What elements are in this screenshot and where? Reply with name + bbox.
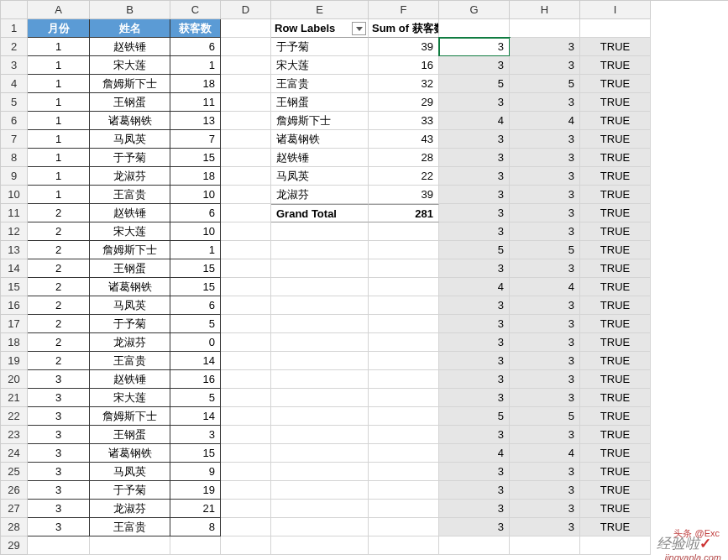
selection-cell[interactable]: 3 <box>510 500 580 518</box>
selection-cell[interactable]: 5 <box>510 241 580 259</box>
table-cell[interactable]: 王富贵 <box>90 518 170 536</box>
selection-cell[interactable]: 3 <box>510 149 580 167</box>
pivot-row-label[interactable]: 于予菊 <box>271 38 369 56</box>
table-cell[interactable]: 诸葛钢铁 <box>90 278 170 296</box>
table-cell[interactable]: 2 <box>28 278 90 296</box>
table-cell[interactable]: 2 <box>28 352 90 370</box>
cell-empty[interactable] <box>221 149 271 167</box>
table-cell[interactable]: 马凤英 <box>90 130 170 149</box>
table-cell[interactable]: 詹姆斯下士 <box>90 241 170 259</box>
cell-empty[interactable] <box>221 112 271 130</box>
table-cell[interactable]: 王钢蛋 <box>90 426 170 444</box>
table-cell[interactable]: 2 <box>28 259 90 278</box>
cell-empty[interactable] <box>271 481 369 500</box>
selection-cell[interactable]: 3 <box>510 186 580 204</box>
table-cell[interactable]: 3 <box>28 463 90 481</box>
cell-empty[interactable] <box>580 536 651 555</box>
pivot-row-label[interactable]: 王钢蛋 <box>271 93 369 112</box>
cell-empty[interactable] <box>221 315 271 333</box>
selection-cell[interactable]: 3 <box>439 38 510 56</box>
selection-cell[interactable]: 3 <box>510 259 580 278</box>
pivot-row-label[interactable]: 詹姆斯下士 <box>271 112 369 130</box>
selection-cell[interactable]: 3 <box>439 481 510 500</box>
row-header-4[interactable]: 4 <box>1 75 28 93</box>
table-cell[interactable]: 1 <box>28 56 90 75</box>
selection-cell[interactable]: TRUE <box>580 149 651 167</box>
pivot-row-value[interactable]: 28 <box>369 149 439 167</box>
row-header-5[interactable]: 5 <box>1 93 28 112</box>
cell-empty[interactable] <box>439 536 510 555</box>
table-cell[interactable]: 赵铁锤 <box>90 204 170 222</box>
selection-cell[interactable]: 3 <box>510 38 580 56</box>
cell-empty[interactable] <box>221 333 271 352</box>
column-header-f[interactable]: F <box>369 1 439 19</box>
cell-empty[interactable] <box>221 241 271 259</box>
selection-cell[interactable]: 3 <box>439 352 510 370</box>
column-header-i[interactable]: I <box>580 1 651 19</box>
cell-empty[interactable] <box>221 536 271 555</box>
row-header-8[interactable]: 8 <box>1 149 28 167</box>
cell-empty[interactable] <box>271 463 369 481</box>
selection-cell[interactable]: 3 <box>439 204 510 222</box>
selection-cell[interactable]: 3 <box>510 352 580 370</box>
table-cell[interactable]: 1 <box>28 186 90 204</box>
table-cell[interactable]: 16 <box>170 370 221 389</box>
spreadsheet-grid[interactable]: ABCDEFGHI1月份姓名获客数Row LabelsSum of 获客数21赵… <box>0 0 728 555</box>
selection-cell[interactable]: 3 <box>439 167 510 186</box>
selection-cell[interactable]: 3 <box>510 370 580 389</box>
column-header-e[interactable]: E <box>271 1 369 19</box>
cell-empty[interactable] <box>271 518 369 536</box>
pivot-row-value[interactable]: 39 <box>369 38 439 56</box>
selection-cell[interactable]: TRUE <box>580 259 651 278</box>
cell-empty[interactable] <box>221 444 271 463</box>
table-cell[interactable]: 2 <box>28 241 90 259</box>
cell-empty[interactable] <box>221 389 271 407</box>
selection-cell[interactable]: TRUE <box>580 518 651 536</box>
selection-cell[interactable]: 3 <box>439 222 510 241</box>
cell-empty[interactable] <box>369 463 439 481</box>
table-cell[interactable]: 1 <box>28 112 90 130</box>
selection-cell[interactable]: 5 <box>439 241 510 259</box>
row-header-20[interactable]: 20 <box>1 370 28 389</box>
table-cell[interactable]: 1 <box>170 56 221 75</box>
selection-cell[interactable]: 5 <box>510 75 580 93</box>
row-header-16[interactable]: 16 <box>1 296 28 315</box>
cell-empty[interactable] <box>369 315 439 333</box>
cell-empty[interactable] <box>221 167 271 186</box>
selection-cell[interactable]: 3 <box>439 296 510 315</box>
pivot-row-value[interactable]: 33 <box>369 112 439 130</box>
selection-cell[interactable]: TRUE <box>580 278 651 296</box>
selection-cell[interactable]: TRUE <box>580 93 651 112</box>
cell-empty[interactable] <box>369 481 439 500</box>
table-cell[interactable]: 龙淑芬 <box>90 167 170 186</box>
cell-empty[interactable] <box>170 536 221 555</box>
row-header-11[interactable]: 11 <box>1 204 28 222</box>
selection-cell[interactable]: 3 <box>510 518 580 536</box>
row-header-1[interactable]: 1 <box>1 19 28 38</box>
selection-cell[interactable]: 3 <box>510 167 580 186</box>
table-cell[interactable]: 1 <box>28 167 90 186</box>
selection-cell[interactable]: TRUE <box>580 389 651 407</box>
table-cell[interactable]: 马凤英 <box>90 463 170 481</box>
table-cell[interactable]: 詹姆斯下士 <box>90 75 170 93</box>
row-header-25[interactable]: 25 <box>1 463 28 481</box>
selection-cell[interactable]: TRUE <box>580 222 651 241</box>
row-header-21[interactable]: 21 <box>1 389 28 407</box>
selection-cell[interactable]: 3 <box>510 333 580 352</box>
selection-cell[interactable]: 3 <box>439 130 510 149</box>
cell-empty[interactable] <box>271 444 369 463</box>
row-header-2[interactable]: 2 <box>1 38 28 56</box>
row-header-29[interactable]: 29 <box>1 536 28 555</box>
cell-empty[interactable] <box>271 426 369 444</box>
cell-empty[interactable] <box>369 296 439 315</box>
selection-cell[interactable]: TRUE <box>580 75 651 93</box>
selection-cell[interactable]: TRUE <box>580 186 651 204</box>
table-cell[interactable]: 于予菊 <box>90 315 170 333</box>
table-cell[interactable]: 1 <box>28 75 90 93</box>
table-cell[interactable]: 宋大莲 <box>90 56 170 75</box>
cell-empty[interactable] <box>369 407 439 426</box>
selection-cell[interactable]: TRUE <box>580 500 651 518</box>
cell-empty[interactable] <box>221 426 271 444</box>
pivot-row-label[interactable]: 宋大莲 <box>271 56 369 75</box>
cell-empty[interactable] <box>369 333 439 352</box>
